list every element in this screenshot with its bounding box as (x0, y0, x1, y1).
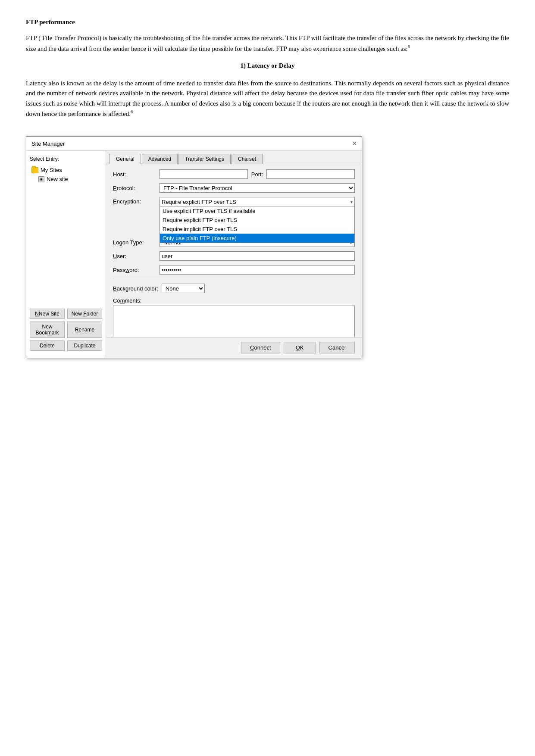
left-panel: Select Entry: My Sites ■ New site NNew S… (26, 151, 106, 358)
article-title: FTP performance (26, 17, 509, 27)
delete-button[interactable]: Delete (30, 341, 65, 351)
form-divider (113, 279, 355, 279)
rename-button[interactable]: Rename (67, 322, 102, 338)
article-body-1: FTP ( File Transfer Protocol) is basical… (26, 33, 509, 54)
host-port-row: Host: Port: (113, 169, 355, 179)
comments-label: Comments: (113, 297, 355, 304)
cancel-button[interactable]: Cancel (319, 342, 355, 353)
host-label: Host: (113, 171, 156, 178)
dialog-wrapper: Site Manager × Select Entry: My Sites ■ … (26, 136, 509, 358)
encryption-options: Use explicit FTP over TLS if available R… (160, 206, 355, 243)
dialog-body: Select Entry: My Sites ■ New site NNew S… (26, 151, 362, 358)
form-area: Host: Port: Protocol: FTP - File Transfe… (106, 164, 362, 337)
connect-button[interactable]: Connect (241, 342, 280, 353)
dialog-footer: Connect OK Cancel (106, 337, 362, 358)
chevron-down-icon: ▾ (350, 200, 353, 204)
tab-general[interactable]: General (110, 154, 141, 164)
folder-icon (31, 167, 38, 173)
encryption-label: Encryption: (113, 198, 156, 205)
port-label: Port: (251, 171, 263, 178)
user-label: User: (113, 253, 156, 259)
password-row: Password: (113, 265, 355, 275)
tab-transfer-settings[interactable]: Transfer Settings (178, 154, 231, 164)
encryption-option-2[interactable]: Require explicit FTP over TLS (160, 216, 354, 225)
duplicate-button[interactable]: Duplicate (67, 341, 102, 351)
tabs-bar: General Advanced Transfer Settings Chars… (106, 151, 362, 164)
user-row: User: (113, 251, 355, 261)
password-input[interactable] (160, 265, 355, 275)
background-color-row: Background color: None Red Green Blue Ye… (113, 284, 355, 293)
select-entry-label: Select Entry: (26, 154, 106, 166)
logon-type-label: Logon Type: (113, 239, 156, 246)
encryption-row: Encryption: Require explicit FTP over TL… (113, 197, 355, 206)
encryption-dropdown[interactable]: Require explicit FTP over TLS ▾ Use expl… (160, 197, 355, 206)
encryption-option-1[interactable]: Use explicit FTP over TLS if available (160, 206, 354, 216)
protocol-select[interactable]: FTP - File Transfer Protocol SFTP - SSH … (160, 183, 355, 193)
user-input[interactable] (160, 251, 355, 261)
tab-advanced[interactable]: Advanced (142, 154, 178, 164)
article-subtitle: 1) Latency or Delay (26, 61, 509, 71)
new-site-button[interactable]: NNew Site (30, 309, 65, 319)
new-bookmark-button[interactable]: New Bookmark (30, 322, 65, 338)
tree-item-new-site[interactable]: ■ New site (26, 175, 106, 184)
tab-charset[interactable]: Charset (232, 154, 263, 164)
new-site-label: New site (47, 176, 68, 182)
ok-button[interactable]: OK (284, 342, 316, 353)
left-panel-buttons: NNew Site New Folder New Bookmark Rename… (26, 305, 106, 354)
dialog-title: Site Manager (31, 141, 65, 147)
encryption-option-3[interactable]: Require implicit FTP over TLS (160, 225, 354, 234)
dialog-titlebar: Site Manager × (26, 137, 362, 151)
protocol-row: Protocol: FTP - File Transfer Protocol S… (113, 183, 355, 193)
article-body-2: Latency also is known as the delay is th… (26, 78, 509, 119)
article-section: FTP performance FTP ( File Transfer Prot… (26, 17, 509, 119)
close-icon[interactable]: × (353, 140, 357, 147)
my-sites-label: My Sites (41, 167, 62, 173)
right-panel: General Advanced Transfer Settings Chars… (106, 151, 362, 358)
host-input[interactable] (160, 169, 248, 179)
site-manager-dialog: Site Manager × Select Entry: My Sites ■ … (26, 136, 362, 358)
encryption-option-4[interactable]: Only use plain FTP (insecure) (160, 234, 354, 243)
comments-textarea[interactable] (113, 306, 355, 337)
protocol-label: Protocol: (113, 185, 156, 191)
password-label: Password: (113, 267, 156, 273)
comments-section: Comments: (113, 297, 355, 337)
site-icon: ■ (38, 176, 44, 182)
background-color-label: Background color: (113, 285, 158, 292)
background-color-select[interactable]: None Red Green Blue Yellow (162, 284, 205, 293)
tree-item-my-sites[interactable]: My Sites (26, 166, 106, 175)
encryption-selected-value: Require explicit FTP over TLS (162, 199, 236, 205)
encryption-selected[interactable]: Require explicit FTP over TLS ▾ (160, 197, 355, 206)
port-input[interactable] (266, 169, 355, 179)
new-folder-button[interactable]: New Folder (67, 309, 102, 319)
